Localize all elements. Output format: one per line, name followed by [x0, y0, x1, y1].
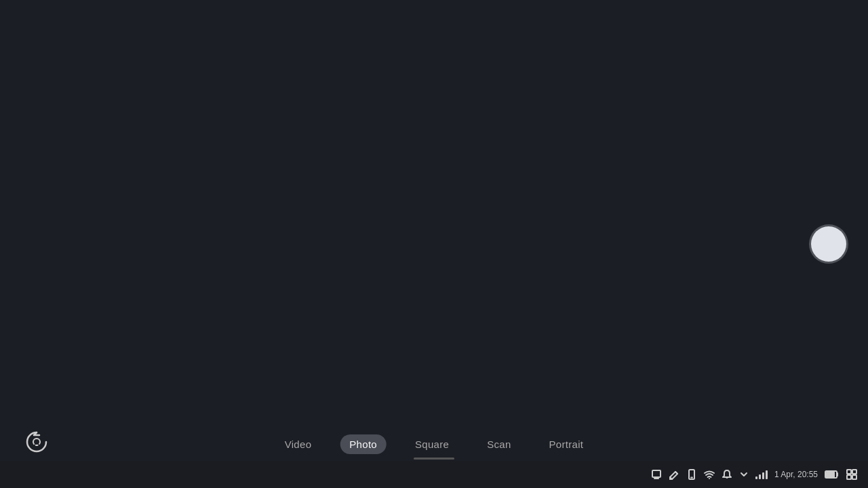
wifi-icon — [704, 469, 715, 480]
svg-rect-10 — [826, 472, 835, 477]
rotate-camera-button[interactable] — [22, 426, 52, 455]
mode-selector: Video Photo Square Scan Portrait — [275, 434, 593, 454]
svg-rect-14 — [847, 475, 851, 479]
status-icons: 1 Apr, 20:55 — [651, 469, 857, 480]
svg-rect-15 — [852, 475, 856, 479]
notification-icon — [722, 469, 732, 480]
camera-viewfinder — [0, 0, 868, 461]
screenshot-icon — [651, 469, 662, 480]
edit-icon — [669, 469, 679, 480]
mode-portrait[interactable]: Portrait — [540, 434, 593, 454]
status-bar: 1 Apr, 20:55 — [0, 461, 868, 488]
svg-rect-0 — [652, 470, 660, 477]
mode-square[interactable]: Square — [406, 434, 458, 454]
battery-icon — [825, 470, 840, 479]
phone-icon — [686, 469, 697, 480]
svg-point-8 — [709, 478, 710, 479]
mode-scan[interactable]: Scan — [477, 434, 520, 454]
multiwindow-icon — [846, 469, 857, 480]
signal-bars-icon — [755, 470, 768, 479]
svg-rect-12 — [847, 470, 851, 474]
status-datetime: 1 Apr, 20:55 — [774, 470, 818, 479]
mode-video[interactable]: Video — [275, 434, 321, 454]
scroll-indicator — [414, 458, 454, 460]
mode-photo[interactable]: Photo — [340, 434, 387, 454]
svg-rect-13 — [852, 470, 856, 474]
shutter-button[interactable] — [811, 226, 846, 262]
rotate-camera-icon — [24, 428, 49, 453]
svg-line-3 — [675, 472, 677, 474]
chevron-down-icon — [739, 470, 749, 479]
